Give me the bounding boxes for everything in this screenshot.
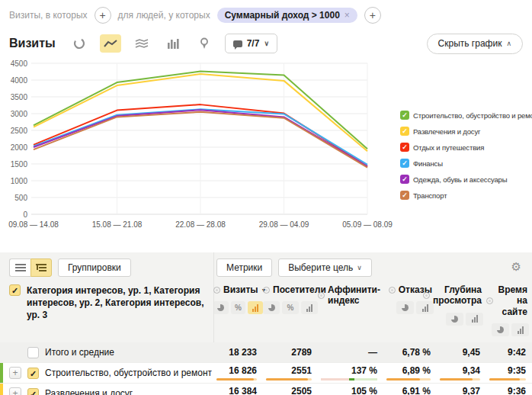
chart-toolbar: Визиты 7/7 ∨ Скрыть график ∧: [9, 33, 523, 54]
bars-icon: [422, 304, 428, 312]
y-tick-label: 2500: [11, 127, 28, 135]
pie-toggle-button[interactable]: [446, 313, 463, 326]
chart-area: 05001000150020002500300035004000450009.0…: [0, 57, 532, 239]
bars-toggle-button[interactable]: [466, 313, 483, 326]
map-chart-icon[interactable]: [194, 34, 215, 53]
remove-segment-icon[interactable]: ×: [345, 10, 350, 21]
percent-toggle-button[interactable]: %: [231, 301, 246, 314]
segment-chip[interactable]: Суммарный доход > 1000 ×: [217, 8, 357, 23]
column-header-label[interactable]: Визиты: [223, 284, 258, 295]
metrics-button[interactable]: Метрики: [216, 259, 272, 277]
bars-toggle-button[interactable]: [301, 301, 318, 314]
cell-value: 16 384: [229, 386, 257, 395]
row-label[interactable]: Итого и средние: [45, 347, 114, 358]
legend-item[interactable]: ✓Транспорт: [400, 191, 532, 200]
tree-view-button[interactable]: [30, 259, 52, 277]
legend-checkbox-icon: ✓: [400, 127, 409, 136]
cell-value: 137 %: [351, 365, 377, 376]
pie-chart-icon[interactable]: [69, 34, 90, 53]
legend-checkbox-icon: ✓: [400, 175, 409, 184]
segment-filter-bar: Визиты, в которых + для людей, у которых…: [0, 0, 532, 24]
bars-toggle-button[interactable]: [511, 323, 529, 336]
pie-toggle-button[interactable]: [213, 301, 229, 314]
info-circle-icon[interactable]: [213, 287, 220, 294]
select-all-checkbox[interactable]: ✓: [9, 284, 21, 296]
legend-item[interactable]: ✓Строительство, обустройство и ремонт: [400, 111, 532, 120]
hide-chart-button[interactable]: Скрыть график ∧: [427, 34, 523, 54]
pie-toggle-button[interactable]: [492, 323, 509, 336]
comments-dropdown[interactable]: 7/7 ∨: [225, 34, 277, 53]
row-checkbox[interactable]: ✓: [27, 388, 39, 395]
legend-label: Транспорт: [413, 191, 447, 200]
cell-value: 16 826: [229, 365, 257, 376]
legend-item[interactable]: ✓Развлечения и досуг: [400, 127, 532, 136]
info-circle-icon[interactable]: [486, 297, 493, 304]
column-chart-icon[interactable]: [162, 34, 184, 53]
row-checkbox[interactable]: ✓: [27, 368, 39, 379]
cell-value: 9:42: [508, 347, 526, 358]
y-tick-label: 4500: [11, 59, 28, 68]
column-header-label[interactable]: Аффинити-индекс: [328, 284, 383, 307]
stacked-area-chart-icon[interactable]: [131, 34, 152, 53]
tree-view-icon: [36, 263, 46, 272]
column-header-label[interactable]: Время на сайте: [496, 284, 527, 317]
cell-visits: 16 826: [213, 363, 263, 383]
list-view-button[interactable]: [9, 259, 30, 277]
cell-value: —: [368, 347, 377, 358]
value-bar: [386, 378, 431, 381]
add-visit-condition-button[interactable]: +: [95, 7, 111, 24]
column-header-depth: Глубина просмотра: [437, 283, 486, 336]
groupings-button[interactable]: Группировки: [58, 259, 131, 277]
row-label[interactable]: Строительство, обустройство и ремонт: [45, 368, 212, 378]
grouping-title[interactable]: Категория интересов, ур. 1, Категория ин…: [27, 284, 209, 322]
cell-time: 9:35: [486, 363, 532, 383]
cell-affinity: —: [318, 342, 383, 362]
expand-row-button[interactable]: +: [9, 387, 21, 395]
row-checkbox[interactable]: [27, 347, 39, 358]
bars-icon: [252, 304, 258, 312]
legend-item[interactable]: ✓Финансы: [400, 159, 532, 168]
pie-toggle-button[interactable]: [396, 301, 414, 314]
info-circle-icon[interactable]: [263, 287, 270, 294]
row-label[interactable]: Развлечения и досуг: [45, 388, 133, 395]
x-tick-label: 22.08 — 28.08: [175, 220, 226, 229]
value-bar: [489, 378, 526, 381]
category-color-strip: [0, 384, 3, 395]
percent-toggle-button[interactable]: %: [282, 301, 299, 314]
settings-gear-icon[interactable]: ⚙: [511, 260, 521, 274]
affinity-marker: [349, 378, 354, 381]
legend-item[interactable]: ✓Отдых и путешествия: [400, 143, 532, 152]
cell-visitors: 2505: [263, 384, 318, 395]
expand-row-button[interactable]: +: [9, 367, 21, 379]
cell-value: 6,91 %: [402, 386, 431, 395]
pie-toggle-button[interactable]: [263, 301, 280, 314]
y-tick-label: 500: [14, 194, 27, 202]
legend-label: Финансы: [413, 159, 443, 168]
column-header-visitors: Посетители%: [263, 283, 318, 336]
chevron-down-icon: ∨: [357, 264, 362, 271]
legend-checkbox-icon: ✓: [400, 159, 409, 168]
info-circle-icon[interactable]: [389, 287, 396, 294]
goal-select-button[interactable]: Выберите цель ∨: [278, 259, 372, 277]
x-tick-label: 15.08 — 21.08: [92, 220, 143, 229]
column-header-label[interactable]: Глубина просмотра: [433, 284, 482, 307]
legend-item[interactable]: ✓Одежда, обувь и аксессуары: [400, 175, 532, 184]
legend-label: Развлечения и досуг: [413, 127, 480, 136]
bars-toggle-button[interactable]: [248, 301, 263, 314]
table-row: +✓Развлечения и досуг16 3842505105 %6,91…: [0, 383, 532, 395]
line-chart-icon[interactable]: [100, 34, 121, 53]
report-table-header: Группировки Метрики Выберите цель ∨ ⚙ ✓ …: [0, 252, 532, 362]
y-tick-label: 3500: [11, 93, 28, 101]
grouping-header-cell: ✓ Категория интересов, ур. 1, Категория …: [0, 283, 213, 336]
info-circle-icon[interactable]: [423, 292, 430, 299]
table-header-row: ✓ Категория интересов, ур. 1, Категория …: [0, 283, 532, 342]
legend-checkbox-icon: ✓: [400, 143, 409, 152]
cell-value: 2551: [291, 365, 312, 376]
y-tick-label: 1500: [11, 160, 28, 169]
info-circle-icon[interactable]: [318, 292, 325, 299]
view-mode-switch: [9, 259, 52, 277]
add-people-condition-button[interactable]: +: [364, 7, 381, 24]
bars-toggle-button[interactable]: [416, 301, 434, 314]
pie-icon: [268, 304, 275, 311]
table-body: +✓Строительство, обустройство и ремонт16…: [0, 362, 532, 395]
